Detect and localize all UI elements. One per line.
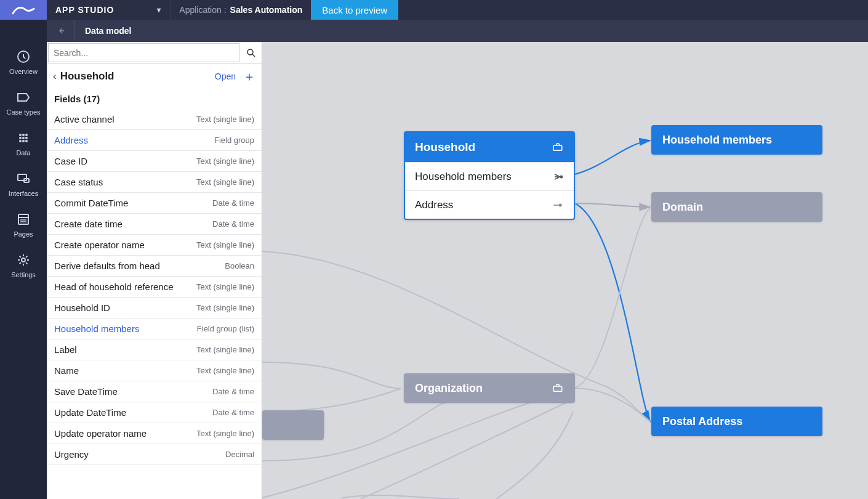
rail-item-settings[interactable]: Settings (0, 245, 47, 286)
svg-point-20 (560, 175, 563, 178)
field-row[interactable]: Derive defaults from headBoolean (47, 256, 262, 277)
search-input[interactable] (48, 43, 239, 62)
open-link[interactable]: Open (215, 71, 236, 81)
field-row[interactable]: Create operator nameText (single line) (47, 235, 262, 256)
diagram-canvas[interactable]: Household Household members Address Hous… (262, 42, 868, 499)
field-type: Text (single line) (196, 429, 254, 438)
field-row[interactable]: Case statusText (single line) (47, 172, 262, 193)
svg-point-3 (25, 134, 28, 136)
svg-rect-19 (553, 145, 562, 150)
field-row[interactable]: Commit DateTimeDate & time (47, 193, 262, 214)
field-row[interactable]: Save DateTimeDate & time (47, 381, 262, 402)
node-domain[interactable]: Domain (651, 192, 822, 222)
field-row[interactable]: Household membersField group (list) (47, 318, 262, 339)
rail-item-case-types[interactable]: Case types (0, 83, 47, 123)
svg-point-5 (22, 137, 25, 139)
field-name: Case status (54, 177, 103, 187)
node-title: Household (415, 140, 475, 154)
field-row[interactable]: Active channelText (single line) (47, 109, 262, 130)
field-name: Active channel (54, 114, 115, 124)
application-prefix: Application : (179, 5, 226, 15)
field-row[interactable]: Update operator nameText (single line) (47, 423, 262, 444)
app-studio-label: APP STUDIO (55, 5, 114, 15)
field-name: Commit DateTime (54, 198, 128, 208)
node-row-address[interactable]: Address (405, 190, 574, 219)
add-field-button[interactable]: ＋ (243, 68, 255, 85)
app-studio-switcher[interactable]: APP STUDIO ▾ (47, 0, 171, 20)
node-row-label: Household members (415, 171, 512, 183)
svg-rect-12 (18, 214, 28, 224)
field-row[interactable]: Head of household referenceText (single … (47, 277, 262, 298)
rail-item-interfaces[interactable]: Interfaces (0, 164, 47, 205)
field-type: Text (single line) (196, 240, 254, 250)
node-title: Domain (662, 201, 703, 214)
svg-point-24 (559, 203, 562, 206)
field-row[interactable]: Household IDText (single line) (47, 298, 262, 318)
field-name: Update DateTime (54, 407, 126, 418)
field-type: Text (single line) (196, 282, 254, 291)
node-offscreen[interactable] (262, 410, 324, 440)
field-name: Household ID (54, 302, 110, 313)
field-type: Date & time (212, 198, 254, 208)
field-row[interactable]: NameText (single line) (47, 360, 262, 381)
node-organization[interactable]: Organization (404, 373, 575, 403)
rail-item-pages[interactable]: Pages (0, 205, 47, 245)
back-to-preview-button[interactable]: Back to preview (311, 0, 398, 20)
field-type: Date & time (212, 387, 254, 396)
node-title: Postal Address (662, 415, 742, 428)
rail-label: Data (16, 149, 30, 156)
field-type: Text (single line) (196, 366, 254, 375)
field-row[interactable]: LabelText (single line) (47, 339, 262, 360)
node-postal-address[interactable]: Postal Address (651, 407, 822, 436)
panel-back-caret[interactable]: ‹ (53, 70, 57, 83)
rail-label: Interfaces (9, 190, 38, 197)
node-household-members[interactable]: Household members (651, 125, 822, 155)
fields-section-title: Fields (17) (47, 89, 262, 109)
field-row[interactable]: Create date timeDate & time (47, 214, 262, 235)
field-name: Save DateTime (54, 386, 118, 397)
field-row[interactable]: Update DateTimeDate & time (47, 402, 262, 423)
field-name: Create date time (54, 219, 123, 229)
chevron-down-icon: ▾ (157, 6, 161, 14)
field-list: Active channelText (single line)AddressF… (47, 109, 262, 499)
arrow-left-icon (56, 26, 66, 36)
application-selector[interactable]: Application : Sales Automation (171, 0, 311, 20)
back-button[interactable] (47, 20, 75, 42)
field-row[interactable]: Case IDText (single line) (47, 151, 262, 172)
field-row[interactable]: UrgencyDecimal (47, 444, 262, 465)
field-type: Text (single line) (196, 177, 254, 187)
node-household[interactable]: Household Household members Address (404, 131, 575, 220)
one-to-one-icon (552, 201, 564, 209)
brand-logo[interactable] (0, 0, 47, 20)
field-type: Text (single line) (196, 115, 254, 124)
svg-point-4 (19, 137, 22, 139)
field-type: Field group (214, 136, 254, 145)
svg-point-7 (19, 140, 22, 142)
one-to-many-icon (552, 172, 564, 181)
left-nav-rail: Overview Case types Data Interfaces Page… (0, 20, 47, 499)
node-title: Organization (415, 382, 483, 395)
field-name: Derive defaults from head (54, 261, 160, 271)
field-row[interactable]: AddressField group (47, 130, 262, 151)
svg-rect-26 (553, 386, 562, 391)
field-type: Text (single line) (196, 156, 254, 166)
field-type: Decimal (225, 450, 254, 459)
field-name: Household members (54, 323, 139, 334)
svg-point-1 (19, 134, 22, 136)
field-name: Address (54, 135, 88, 145)
search-button[interactable] (241, 42, 262, 63)
node-title: Household members (662, 134, 772, 147)
data-model-panel: ‹ Household Open ＋ Fields (17) Active ch… (47, 42, 262, 499)
rail-label: Overview (9, 68, 38, 75)
rail-item-data[interactable]: Data (0, 123, 47, 164)
rail-item-overview[interactable]: Overview (0, 42, 47, 83)
rail-label: Pages (14, 230, 33, 238)
svg-point-9 (25, 140, 28, 142)
field-name: Update operator name (54, 428, 147, 439)
rail-label: Case types (6, 108, 40, 116)
briefcase-icon (552, 383, 564, 394)
field-name: Create operator name (54, 240, 145, 250)
node-row-household-members[interactable]: Household members (405, 162, 574, 190)
field-name: Urgency (54, 449, 89, 460)
field-type: Date & time (212, 219, 254, 229)
